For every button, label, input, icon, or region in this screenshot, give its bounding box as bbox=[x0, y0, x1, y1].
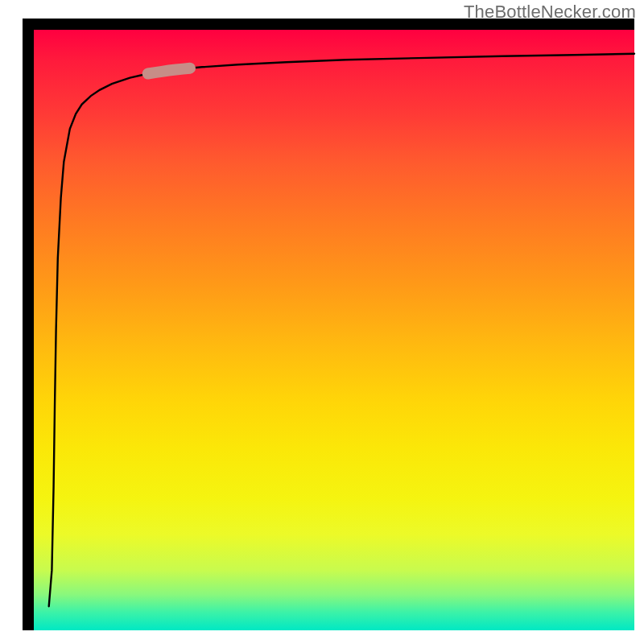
watermark-text: TheBottleNecker.com bbox=[464, 2, 636, 23]
chart-stage: TheBottleNecker.com bbox=[0, 0, 644, 644]
bottleneck-curve bbox=[49, 54, 634, 606]
curve-marker bbox=[148, 68, 190, 74]
curve-layer bbox=[34, 30, 634, 630]
